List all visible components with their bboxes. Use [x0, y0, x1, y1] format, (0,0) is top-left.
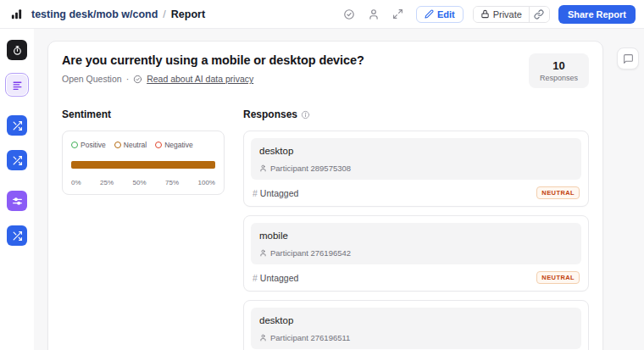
neutral-face-icon	[114, 142, 121, 148]
participant-id: Participant 276196542	[270, 248, 351, 258]
shuffle-icon	[12, 231, 23, 242]
private-button-label: Private	[493, 9, 522, 19]
pencil-icon	[425, 9, 434, 19]
tag-label: Untagged	[260, 273, 299, 283]
sentiment-legend: Positive Neutral Negative	[71, 141, 215, 149]
ai-privacy-link[interactable]: Read about AI data privacy	[147, 74, 253, 84]
shuffle-icon	[12, 155, 23, 166]
breadcrumb: testing desk/mob w/cond / Report	[31, 8, 205, 20]
breadcrumb-separator: /	[163, 8, 165, 20]
response-answer: desktop	[259, 315, 573, 325]
sliders-icon	[12, 196, 23, 207]
user-icon	[368, 8, 380, 20]
question-type-label: Open Question	[62, 74, 122, 84]
legend-label: Negative	[164, 141, 193, 149]
status-check-button[interactable]	[339, 5, 359, 24]
legend-item-positive: Positive	[71, 141, 106, 149]
question-report-card: Are you currently using a mobile or desk…	[47, 41, 603, 350]
participant-id: Participant 276196511	[270, 333, 350, 342]
response-answer: mobile	[259, 231, 573, 241]
axis-tick: 75%	[165, 179, 179, 186]
responses-count-box: 10 Responses	[529, 53, 589, 88]
sidebar-item-timer-step[interactable]	[7, 40, 27, 60]
response-card: desktop Participant 276196511 # Untagged	[243, 300, 589, 350]
text-lines-icon	[12, 80, 23, 91]
sidebar-item-logic-step-3[interactable]	[7, 225, 27, 246]
sentiment-bar	[71, 161, 215, 169]
info-icon[interactable]	[301, 110, 310, 119]
sentiment-chart-card: Positive Neutral Negative	[62, 131, 225, 195]
sidebar-item-logic-step-2[interactable]	[7, 150, 27, 170]
question-title: Are you currently using a mobile or desk…	[62, 53, 364, 67]
lock-icon	[480, 9, 490, 19]
breadcrumb-current-page: Report	[171, 8, 205, 20]
response-answer-box: desktop Participant 276196511	[251, 308, 581, 349]
top-bar: testing desk/mob w/cond / Report Edit Pr…	[0, 0, 644, 29]
response-answer-box: mobile Participant 276196542	[251, 223, 581, 264]
edit-button-label: Edit	[437, 9, 455, 19]
invite-button[interactable]	[364, 5, 384, 24]
question-meta: Open Question · Read about AI data priva…	[62, 74, 364, 84]
sentiment-badge: NEUTRAL	[536, 271, 580, 284]
axis-tick: 100%	[197, 179, 214, 186]
hash-icon: #	[253, 188, 258, 198]
breadcrumb-project-link[interactable]: testing desk/mob w/cond	[31, 8, 158, 20]
responses-section: Responses desktop Participant 289575308	[243, 108, 589, 350]
responses-count: 10	[540, 59, 578, 72]
tag-label: Untagged	[260, 188, 299, 198]
legend-label: Neutral	[124, 141, 147, 149]
link-icon	[534, 9, 544, 19]
expand-button[interactable]	[388, 5, 408, 24]
chat-bubble-icon	[623, 53, 634, 64]
tag-button[interactable]: # Untagged	[253, 273, 298, 283]
sentiment-axis: 0% 25% 50% 75% 100%	[71, 179, 215, 186]
sentiment-bar-segment-neutral	[71, 161, 215, 169]
copy-link-button[interactable]	[529, 7, 549, 22]
negative-face-icon	[155, 142, 162, 148]
share-report-button[interactable]: Share Report	[558, 5, 636, 24]
responses-count-label: Responses	[540, 74, 578, 82]
expand-icon	[392, 8, 403, 19]
share-report-label: Share Report	[568, 9, 626, 19]
privacy-control-group: Private	[473, 6, 550, 23]
sentiment-heading: Sentiment	[62, 108, 225, 120]
sidebar-item-rating-step[interactable]	[7, 191, 27, 211]
sidebar-item-open-question-active[interactable]	[7, 75, 27, 95]
question-nav-sidebar	[0, 29, 34, 350]
comments-button[interactable]	[617, 47, 639, 69]
report-main: Are you currently using a mobile or desk…	[34, 29, 644, 350]
response-card: desktop Participant 289575308 # Untagged	[243, 131, 589, 207]
responses-heading: Responses	[243, 108, 297, 120]
sentiment-badge: NEUTRAL	[536, 186, 580, 199]
sentiment-section: Sentiment Positive Neutral	[62, 108, 225, 350]
participant-icon	[259, 164, 267, 172]
tag-button[interactable]: # Untagged	[253, 188, 298, 198]
response-answer: desktop	[259, 146, 573, 156]
stopwatch-icon	[12, 45, 23, 56]
axis-tick: 25%	[100, 179, 114, 186]
check-circle-icon	[343, 8, 355, 20]
axis-tick: 50%	[133, 179, 147, 186]
shield-check-icon	[133, 75, 142, 84]
legend-label: Positive	[80, 141, 106, 149]
edit-button[interactable]: Edit	[416, 6, 464, 23]
positive-face-icon	[71, 142, 78, 148]
response-card: mobile Participant 276196542 # Untagged	[243, 215, 589, 292]
participant-id: Participant 289575308	[270, 164, 351, 173]
axis-tick: 0%	[71, 179, 81, 186]
meta-separator: ·	[126, 74, 130, 84]
participant-icon	[259, 334, 267, 342]
hash-icon: #	[253, 273, 258, 283]
responses-list: desktop Participant 289575308 # Untagged	[243, 131, 589, 350]
private-button[interactable]: Private	[474, 7, 529, 22]
shuffle-icon	[12, 120, 23, 131]
participant-icon	[259, 249, 267, 257]
response-answer-box: desktop Participant 289575308	[251, 138, 581, 180]
legend-item-neutral: Neutral	[114, 141, 147, 149]
sidebar-item-logic-step-1[interactable]	[7, 115, 27, 136]
app-logo-icon[interactable]	[10, 8, 23, 20]
legend-item-negative: Negative	[155, 141, 193, 149]
